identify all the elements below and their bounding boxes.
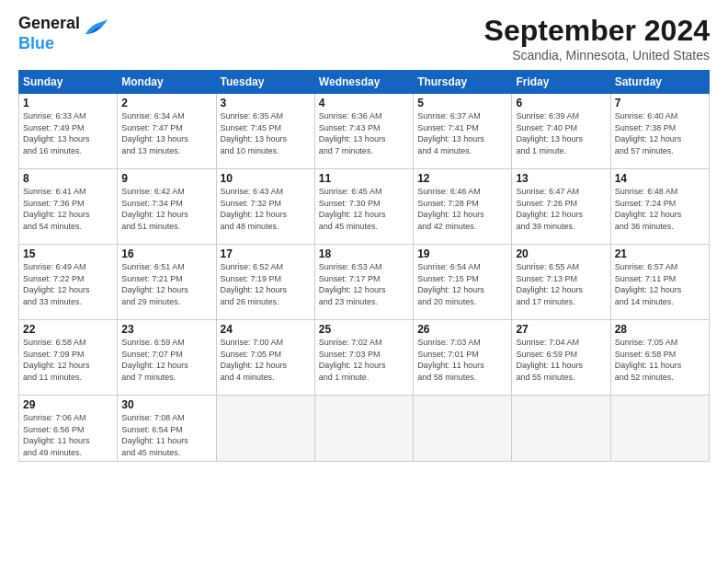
calendar-cell: 2Sunrise: 6:34 AM Sunset: 7:47 PM Daylig… bbox=[118, 94, 216, 169]
day-info: Sunrise: 6:58 AM Sunset: 7:09 PM Dayligh… bbox=[23, 337, 113, 383]
calendar-cell: 3Sunrise: 6:35 AM Sunset: 7:45 PM Daylig… bbox=[216, 94, 314, 169]
main-title: September 2024 bbox=[484, 14, 710, 48]
calendar-cell: 22Sunrise: 6:58 AM Sunset: 7:09 PM Dayli… bbox=[19, 320, 118, 396]
day-number: 11 bbox=[319, 172, 409, 185]
calendar-cell: 26Sunrise: 7:03 AM Sunset: 7:01 PM Dayli… bbox=[414, 320, 512, 396]
day-number: 12 bbox=[417, 172, 507, 185]
day-number: 7 bbox=[615, 97, 705, 109]
calendar-cell: 8Sunrise: 6:41 AM Sunset: 7:36 PM Daylig… bbox=[19, 169, 118, 245]
week-row-4: 22Sunrise: 6:58 AM Sunset: 7:09 PM Dayli… bbox=[19, 320, 710, 396]
page: GeneralBlue September 2024 Scandia, Minn… bbox=[0, 0, 728, 563]
col-wednesday: Wednesday bbox=[314, 71, 413, 94]
day-info: Sunrise: 6:53 AM Sunset: 7:17 PM Dayligh… bbox=[319, 261, 409, 307]
subtitle: Scandia, Minnesota, United States bbox=[484, 48, 710, 63]
calendar-cell: 19Sunrise: 6:54 AM Sunset: 7:15 PM Dayli… bbox=[414, 245, 512, 320]
day-info: Sunrise: 7:04 AM Sunset: 6:59 PM Dayligh… bbox=[516, 337, 606, 383]
day-number: 1 bbox=[23, 97, 113, 109]
calendar-cell bbox=[414, 396, 512, 462]
calendar-cell: 25Sunrise: 7:02 AM Sunset: 7:03 PM Dayli… bbox=[314, 320, 413, 396]
day-info: Sunrise: 6:42 AM Sunset: 7:34 PM Dayligh… bbox=[121, 186, 211, 232]
calendar-cell: 13Sunrise: 6:47 AM Sunset: 7:26 PM Dayli… bbox=[512, 169, 610, 245]
day-info: Sunrise: 6:51 AM Sunset: 7:21 PM Dayligh… bbox=[121, 261, 211, 307]
header-row: Sunday Monday Tuesday Wednesday Thursday… bbox=[19, 71, 710, 94]
calendar-cell: 14Sunrise: 6:48 AM Sunset: 7:24 PM Dayli… bbox=[610, 169, 709, 245]
day-number: 30 bbox=[121, 398, 211, 411]
calendar-cell: 17Sunrise: 6:52 AM Sunset: 7:19 PM Dayli… bbox=[216, 245, 314, 320]
day-number: 24 bbox=[221, 323, 311, 336]
day-number: 20 bbox=[516, 247, 606, 260]
day-number: 22 bbox=[23, 323, 113, 336]
day-info: Sunrise: 7:03 AM Sunset: 7:01 PM Dayligh… bbox=[417, 337, 507, 383]
day-number: 16 bbox=[121, 247, 211, 260]
calendar-cell: 18Sunrise: 6:53 AM Sunset: 7:17 PM Dayli… bbox=[314, 245, 413, 320]
col-monday: Monday bbox=[118, 71, 216, 94]
day-info: Sunrise: 6:46 AM Sunset: 7:28 PM Dayligh… bbox=[417, 186, 507, 232]
day-number: 14 bbox=[615, 172, 705, 185]
day-number: 3 bbox=[221, 97, 311, 109]
calendar-cell bbox=[512, 396, 610, 462]
day-info: Sunrise: 6:34 AM Sunset: 7:47 PM Dayligh… bbox=[121, 110, 211, 156]
day-number: 6 bbox=[516, 97, 606, 109]
day-info: Sunrise: 6:52 AM Sunset: 7:19 PM Dayligh… bbox=[221, 261, 311, 307]
day-number: 8 bbox=[23, 172, 113, 185]
day-info: Sunrise: 7:08 AM Sunset: 6:54 PM Dayligh… bbox=[121, 412, 211, 458]
day-info: Sunrise: 6:40 AM Sunset: 7:38 PM Dayligh… bbox=[615, 110, 705, 156]
week-row-2: 8Sunrise: 6:41 AM Sunset: 7:36 PM Daylig… bbox=[19, 169, 710, 245]
day-number: 5 bbox=[417, 97, 507, 109]
day-info: Sunrise: 6:43 AM Sunset: 7:32 PM Dayligh… bbox=[221, 186, 311, 232]
day-number: 28 bbox=[615, 323, 705, 336]
week-row-1: 1Sunrise: 6:33 AM Sunset: 7:49 PM Daylig… bbox=[19, 94, 710, 169]
day-number: 17 bbox=[221, 247, 311, 260]
day-number: 4 bbox=[319, 97, 409, 109]
calendar-cell: 5Sunrise: 6:37 AM Sunset: 7:41 PM Daylig… bbox=[414, 94, 512, 169]
week-row-3: 15Sunrise: 6:49 AM Sunset: 7:22 PM Dayli… bbox=[19, 245, 710, 320]
calendar-cell: 21Sunrise: 6:57 AM Sunset: 7:11 PM Dayli… bbox=[610, 245, 709, 320]
day-info: Sunrise: 7:05 AM Sunset: 6:58 PM Dayligh… bbox=[615, 337, 705, 383]
calendar-cell bbox=[216, 396, 314, 462]
day-info: Sunrise: 6:35 AM Sunset: 7:45 PM Dayligh… bbox=[221, 110, 311, 156]
day-info: Sunrise: 6:57 AM Sunset: 7:11 PM Dayligh… bbox=[615, 261, 705, 307]
day-number: 19 bbox=[417, 247, 507, 260]
day-number: 23 bbox=[121, 323, 211, 336]
day-number: 18 bbox=[319, 247, 409, 260]
day-info: Sunrise: 7:00 AM Sunset: 7:05 PM Dayligh… bbox=[221, 337, 311, 383]
day-number: 9 bbox=[121, 172, 211, 185]
day-info: Sunrise: 6:48 AM Sunset: 7:24 PM Dayligh… bbox=[615, 186, 705, 232]
day-info: Sunrise: 6:39 AM Sunset: 7:40 PM Dayligh… bbox=[516, 110, 606, 156]
day-number: 29 bbox=[23, 398, 113, 411]
logo-text: GeneralBlue bbox=[18, 14, 80, 53]
calendar-cell: 30Sunrise: 7:08 AM Sunset: 6:54 PM Dayli… bbox=[118, 396, 216, 462]
calendar-cell: 27Sunrise: 7:04 AM Sunset: 6:59 PM Dayli… bbox=[512, 320, 610, 396]
day-info: Sunrise: 6:37 AM Sunset: 7:41 PM Dayligh… bbox=[417, 110, 507, 156]
day-info: Sunrise: 6:59 AM Sunset: 7:07 PM Dayligh… bbox=[121, 337, 211, 383]
day-info: Sunrise: 7:06 AM Sunset: 6:56 PM Dayligh… bbox=[23, 412, 113, 458]
day-info: Sunrise: 6:41 AM Sunset: 7:36 PM Dayligh… bbox=[23, 186, 113, 232]
day-info: Sunrise: 6:33 AM Sunset: 7:49 PM Dayligh… bbox=[23, 110, 113, 156]
calendar: Sunday Monday Tuesday Wednesday Thursday… bbox=[18, 70, 710, 462]
day-number: 13 bbox=[516, 172, 606, 185]
day-number: 27 bbox=[516, 323, 606, 336]
logo: GeneralBlue bbox=[18, 14, 109, 53]
calendar-cell: 24Sunrise: 7:00 AM Sunset: 7:05 PM Dayli… bbox=[216, 320, 314, 396]
calendar-cell: 20Sunrise: 6:55 AM Sunset: 7:13 PM Dayli… bbox=[512, 245, 610, 320]
calendar-cell: 1Sunrise: 6:33 AM Sunset: 7:49 PM Daylig… bbox=[19, 94, 118, 169]
day-number: 2 bbox=[121, 97, 211, 109]
calendar-cell: 4Sunrise: 6:36 AM Sunset: 7:43 PM Daylig… bbox=[314, 94, 413, 169]
day-info: Sunrise: 6:45 AM Sunset: 7:30 PM Dayligh… bbox=[319, 186, 409, 232]
col-friday: Friday bbox=[512, 71, 610, 94]
col-thursday: Thursday bbox=[414, 71, 512, 94]
day-number: 15 bbox=[23, 247, 113, 260]
header: GeneralBlue September 2024 Scandia, Minn… bbox=[18, 14, 710, 63]
day-info: Sunrise: 6:36 AM Sunset: 7:43 PM Dayligh… bbox=[319, 110, 409, 156]
calendar-cell bbox=[610, 396, 709, 462]
calendar-cell: 7Sunrise: 6:40 AM Sunset: 7:38 PM Daylig… bbox=[610, 94, 709, 169]
day-info: Sunrise: 7:02 AM Sunset: 7:03 PM Dayligh… bbox=[319, 337, 409, 383]
day-number: 21 bbox=[615, 247, 705, 260]
calendar-cell: 16Sunrise: 6:51 AM Sunset: 7:21 PM Dayli… bbox=[118, 245, 216, 320]
day-number: 10 bbox=[221, 172, 311, 185]
calendar-cell: 12Sunrise: 6:46 AM Sunset: 7:28 PM Dayli… bbox=[414, 169, 512, 245]
day-number: 25 bbox=[319, 323, 409, 336]
calendar-cell: 9Sunrise: 6:42 AM Sunset: 7:34 PM Daylig… bbox=[118, 169, 216, 245]
logo-bird-icon bbox=[84, 17, 109, 41]
calendar-cell: 11Sunrise: 6:45 AM Sunset: 7:30 PM Dayli… bbox=[314, 169, 413, 245]
